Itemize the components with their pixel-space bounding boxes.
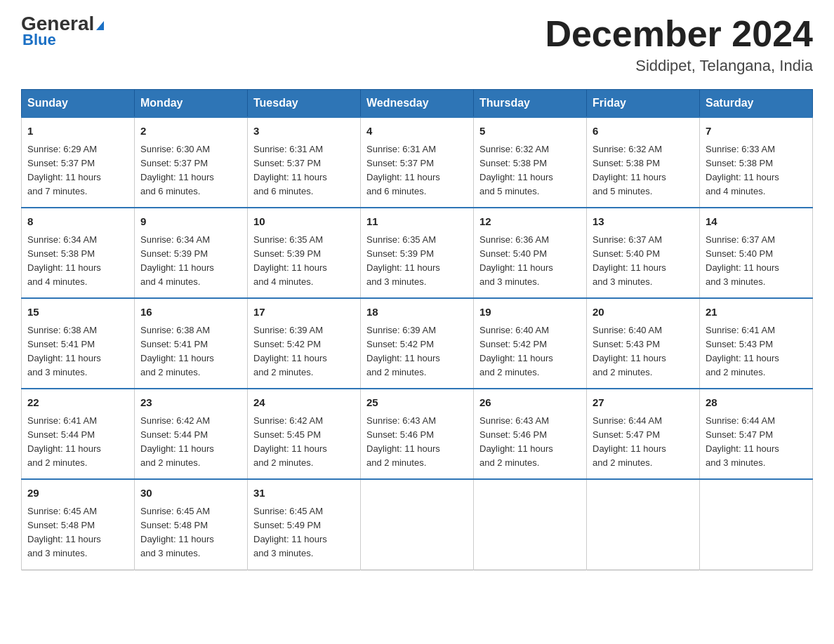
daylight-text: Daylight: 11 hours	[366, 172, 440, 182]
calendar-week-row: 8Sunrise: 6:34 AMSunset: 5:38 PMDaylight…	[22, 208, 813, 298]
day-info: Sunrise: 6:41 AMSunset: 5:43 PMDaylight:…	[706, 323, 807, 380]
calendar-day-cell: 9Sunrise: 6:34 AMSunset: 5:39 PMDaylight…	[135, 208, 248, 298]
weekday-header-friday: Friday	[587, 90, 700, 118]
daylight-text: and 2 minutes.	[706, 367, 765, 377]
daylight-text: Daylight: 11 hours	[366, 443, 440, 454]
day-info: Sunrise: 6:32 AMSunset: 5:38 PMDaylight:…	[593, 142, 694, 199]
daylight-text: Daylight: 11 hours	[479, 172, 553, 182]
calendar-day-cell: 23Sunrise: 6:42 AMSunset: 5:44 PMDayligh…	[135, 389, 248, 479]
calendar-day-cell	[587, 479, 700, 570]
daylight-text: Daylight: 11 hours	[366, 262, 440, 273]
sunrise-text: Sunrise: 6:41 AM	[27, 415, 97, 426]
sunset-text: Sunset: 5:37 PM	[140, 158, 208, 168]
daylight-text: and 7 minutes.	[27, 186, 87, 196]
sunset-text: Sunset: 5:43 PM	[706, 339, 773, 349]
calendar-day-cell: 14Sunrise: 6:37 AMSunset: 5:40 PMDayligh…	[700, 208, 813, 298]
calendar-day-cell: 31Sunrise: 6:45 AMSunset: 5:49 PMDayligh…	[248, 479, 361, 570]
day-info: Sunrise: 6:35 AMSunset: 5:39 PMDaylight:…	[253, 233, 355, 290]
day-info: Sunrise: 6:38 AMSunset: 5:41 PMDaylight:…	[27, 323, 128, 380]
calendar-day-cell: 27Sunrise: 6:44 AMSunset: 5:47 PMDayligh…	[587, 389, 700, 479]
daylight-text: Daylight: 11 hours	[253, 262, 327, 273]
calendar-day-cell: 10Sunrise: 6:35 AMSunset: 5:39 PMDayligh…	[248, 208, 361, 298]
sunset-text: Sunset: 5:48 PM	[27, 520, 95, 530]
sunset-text: Sunset: 5:41 PM	[140, 339, 208, 349]
daylight-text: Daylight: 11 hours	[253, 353, 327, 363]
sunset-text: Sunset: 5:45 PM	[253, 429, 321, 440]
daylight-text: and 4 minutes.	[253, 276, 313, 287]
daylight-text: Daylight: 11 hours	[479, 443, 553, 454]
day-info: Sunrise: 6:36 AMSunset: 5:40 PMDaylight:…	[479, 233, 581, 290]
sunset-text: Sunset: 5:44 PM	[27, 429, 95, 440]
sunrise-text: Sunrise: 6:33 AM	[706, 144, 775, 154]
day-info: Sunrise: 6:37 AMSunset: 5:40 PMDaylight:…	[706, 233, 807, 290]
daylight-text: and 6 minutes.	[140, 186, 200, 196]
sunrise-text: Sunrise: 6:34 AM	[140, 234, 210, 245]
daylight-text: Daylight: 11 hours	[140, 534, 214, 544]
sunrise-text: Sunrise: 6:41 AM	[706, 325, 775, 335]
sunset-text: Sunset: 5:46 PM	[366, 429, 434, 440]
calendar-day-cell: 7Sunrise: 6:33 AMSunset: 5:38 PMDaylight…	[700, 117, 813, 208]
calendar-day-cell: 12Sunrise: 6:36 AMSunset: 5:40 PMDayligh…	[474, 208, 587, 298]
day-info: Sunrise: 6:31 AMSunset: 5:37 PMDaylight:…	[253, 142, 355, 199]
daylight-text: Daylight: 11 hours	[706, 353, 779, 363]
day-number: 15	[27, 304, 128, 321]
day-number: 30	[140, 485, 241, 502]
sunset-text: Sunset: 5:41 PM	[27, 339, 95, 349]
calendar-day-cell: 13Sunrise: 6:37 AMSunset: 5:40 PMDayligh…	[587, 208, 700, 298]
sunset-text: Sunset: 5:38 PM	[706, 158, 773, 168]
daylight-text: Daylight: 11 hours	[253, 534, 327, 544]
daylight-text: Daylight: 11 hours	[140, 353, 214, 363]
daylight-text: Daylight: 11 hours	[593, 262, 666, 273]
weekday-header-thursday: Thursday	[474, 90, 587, 118]
sunrise-text: Sunrise: 6:40 AM	[593, 325, 662, 335]
day-info: Sunrise: 6:40 AMSunset: 5:43 PMDaylight:…	[593, 323, 694, 380]
daylight-text: and 2 minutes.	[27, 457, 87, 468]
day-info: Sunrise: 6:45 AMSunset: 5:48 PMDaylight:…	[27, 504, 128, 561]
calendar-week-row: 22Sunrise: 6:41 AMSunset: 5:44 PMDayligh…	[22, 389, 813, 479]
daylight-text: and 3 minutes.	[140, 548, 200, 558]
daylight-text: Daylight: 11 hours	[27, 172, 101, 182]
day-info: Sunrise: 6:34 AMSunset: 5:39 PMDaylight:…	[140, 233, 241, 290]
sunrise-text: Sunrise: 6:45 AM	[253, 506, 323, 516]
sunrise-text: Sunrise: 6:29 AM	[27, 144, 97, 154]
month-year-title: December 2024	[545, 14, 813, 54]
day-number: 22	[27, 395, 128, 411]
calendar-week-row: 1Sunrise: 6:29 AMSunset: 5:37 PMDaylight…	[22, 117, 813, 208]
calendar-header-row: SundayMondayTuesdayWednesdayThursdayFrid…	[22, 90, 813, 118]
daylight-text: Daylight: 11 hours	[479, 262, 553, 273]
daylight-text: Daylight: 11 hours	[27, 353, 101, 363]
daylight-text: and 3 minutes.	[253, 548, 313, 558]
daylight-text: Daylight: 11 hours	[593, 443, 666, 454]
calendar-day-cell: 3Sunrise: 6:31 AMSunset: 5:37 PMDaylight…	[248, 117, 361, 208]
calendar-day-cell: 25Sunrise: 6:43 AMSunset: 5:46 PMDayligh…	[361, 389, 474, 479]
day-number: 4	[366, 123, 468, 140]
calendar-day-cell: 28Sunrise: 6:44 AMSunset: 5:47 PMDayligh…	[700, 389, 813, 479]
daylight-text: and 2 minutes.	[253, 457, 313, 468]
location-subtitle: Siddipet, Telangana, India	[545, 57, 813, 75]
sunrise-text: Sunrise: 6:37 AM	[593, 234, 662, 245]
daylight-text: Daylight: 11 hours	[140, 172, 214, 182]
sunrise-text: Sunrise: 6:32 AM	[479, 144, 549, 154]
day-info: Sunrise: 6:32 AMSunset: 5:38 PMDaylight:…	[479, 142, 581, 199]
sunrise-text: Sunrise: 6:44 AM	[593, 415, 662, 426]
daylight-text: and 2 minutes.	[593, 457, 652, 468]
sunset-text: Sunset: 5:42 PM	[253, 339, 321, 349]
title-section: December 2024 Siddipet, Telangana, India	[545, 14, 813, 75]
daylight-text: and 6 minutes.	[366, 186, 426, 196]
daylight-text: and 3 minutes.	[706, 276, 765, 287]
calendar-day-cell: 15Sunrise: 6:38 AMSunset: 5:41 PMDayligh…	[22, 298, 135, 389]
day-number: 5	[479, 123, 581, 140]
sunset-text: Sunset: 5:42 PM	[366, 339, 434, 349]
calendar-day-cell: 1Sunrise: 6:29 AMSunset: 5:37 PMDaylight…	[22, 117, 135, 208]
daylight-text: and 5 minutes.	[593, 186, 652, 196]
day-number: 31	[253, 485, 355, 502]
calendar-day-cell: 4Sunrise: 6:31 AMSunset: 5:37 PMDaylight…	[361, 117, 474, 208]
daylight-text: Daylight: 11 hours	[140, 262, 214, 273]
day-number: 2	[140, 123, 241, 140]
calendar-day-cell: 24Sunrise: 6:42 AMSunset: 5:45 PMDayligh…	[248, 389, 361, 479]
daylight-text: and 2 minutes.	[140, 457, 200, 468]
sunset-text: Sunset: 5:39 PM	[253, 248, 321, 259]
weekday-header-wednesday: Wednesday	[361, 90, 474, 118]
day-info: Sunrise: 6:37 AMSunset: 5:40 PMDaylight:…	[593, 233, 694, 290]
sunset-text: Sunset: 5:43 PM	[593, 339, 660, 349]
